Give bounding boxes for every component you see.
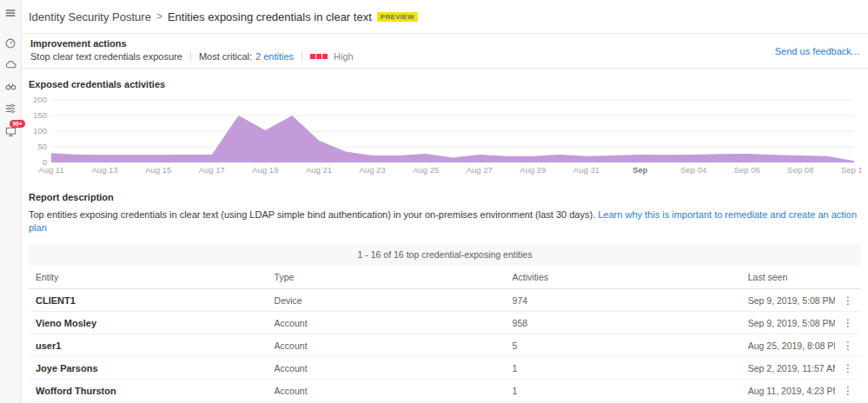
entities-table: 1 - 16 of 16 top credential-exposing ent… bbox=[29, 243, 861, 403]
entity-name-cell[interactable]: Joye Parsons bbox=[29, 363, 275, 373]
table-header-row: Entity Type Activities Last seen bbox=[29, 266, 861, 289]
activities-count-cell: 1 bbox=[513, 386, 748, 396]
timeline-icon bbox=[4, 37, 17, 50]
activities-area-series bbox=[51, 116, 854, 162]
main-content: Identity Security Posture > Entities exp… bbox=[22, 0, 868, 403]
column-header-type[interactable]: Type bbox=[275, 272, 513, 282]
entity-type-cell: Account bbox=[275, 386, 513, 396]
svg-text:Sep 08: Sep 08 bbox=[787, 165, 813, 175]
area-chart-svg: 050100150200Aug 11Aug 13Aug 15Aug 17Aug … bbox=[29, 93, 861, 176]
entity-type-cell: Account bbox=[275, 340, 513, 351]
cloud-icon bbox=[4, 58, 17, 71]
svg-text:Aug 29: Aug 29 bbox=[520, 165, 546, 175]
improvement-actions-title: Improvement actions bbox=[30, 38, 859, 49]
table-caption: 1 - 16 of 16 top credential-exposing ent… bbox=[29, 243, 861, 266]
most-critical-label: Most critical: bbox=[199, 51, 252, 62]
sidebar-item-health-center[interactable]: 99+ bbox=[0, 121, 22, 142]
table-row[interactable]: Wofford ThurstonAccount1Aug 11, 2019, 4:… bbox=[29, 380, 861, 402]
severity-squares-icon bbox=[310, 54, 328, 59]
last-seen-cell: Aug 11, 2019, 4:23 PM bbox=[748, 386, 835, 396]
entity-name-cell[interactable]: Vieno Mosley bbox=[29, 318, 275, 328]
app-window: 99+ Identity Security Posture > Entities… bbox=[0, 0, 868, 403]
sidebar-item-timeline[interactable] bbox=[0, 32, 22, 54]
svg-text:Aug 31: Aug 31 bbox=[573, 165, 600, 175]
row-menu-button[interactable]: ⋮ bbox=[835, 380, 861, 402]
report-description-text: Top entities exposing credentials in cle… bbox=[29, 209, 598, 220]
last-seen-cell: Sep 9, 2019, 5:08 PM bbox=[748, 295, 835, 306]
preview-badge: PREVIEW bbox=[377, 12, 418, 22]
binoculars-icon bbox=[4, 80, 17, 93]
svg-text:Sep: Sep bbox=[633, 165, 648, 175]
hamburger-icon bbox=[4, 7, 17, 19]
svg-text:150: 150 bbox=[33, 110, 47, 120]
svg-text:100: 100 bbox=[33, 126, 47, 135]
svg-text:Aug 15: Aug 15 bbox=[145, 165, 171, 175]
sliders-icon bbox=[4, 102, 17, 115]
svg-text:Aug 25: Aug 25 bbox=[413, 165, 439, 175]
report-description-section: Report description Top entities exposing… bbox=[29, 192, 861, 235]
activities-chart: 050100150200Aug 11Aug 13Aug 15Aug 17Aug … bbox=[22, 89, 868, 180]
svg-text:Aug 21: Aug 21 bbox=[306, 165, 332, 175]
row-menu-button[interactable]: ⋮ bbox=[835, 334, 861, 357]
row-menu-button[interactable]: ⋮ bbox=[835, 289, 861, 312]
last-seen-cell: Aug 25, 2019, 8:08 PM bbox=[748, 340, 835, 351]
svg-text:Aug 19: Aug 19 bbox=[252, 165, 278, 175]
divider bbox=[190, 51, 191, 62]
page-title: Entities exposing credentials in clear t… bbox=[168, 10, 372, 23]
entity-name-cell[interactable]: user1 bbox=[29, 340, 275, 351]
last-seen-cell: Sep 9, 2019, 5:08 PM bbox=[748, 318, 835, 328]
svg-text:Aug 17: Aug 17 bbox=[199, 165, 225, 175]
entity-type-cell: Account bbox=[275, 318, 513, 328]
entity-name-cell[interactable]: CLIENT1 bbox=[29, 295, 275, 306]
svg-text:Sep 04: Sep 04 bbox=[680, 165, 706, 175]
column-header-entity[interactable]: Entity bbox=[29, 272, 275, 282]
last-seen-cell: Sep 2, 2019, 11:57 AM bbox=[748, 363, 835, 373]
breadcrumb-separator: > bbox=[156, 10, 162, 23]
breadcrumb-parent-link[interactable]: Identity Security Posture bbox=[29, 10, 151, 23]
send-feedback-link[interactable]: Send us feedback... bbox=[775, 46, 859, 56]
improvement-actions-banner: Improvement actions Stop clear text cred… bbox=[22, 33, 868, 69]
entity-type-cell: Account bbox=[275, 363, 513, 373]
chart-section-title: Exposed credentials activities bbox=[29, 79, 861, 89]
svg-text:Aug 13: Aug 13 bbox=[92, 165, 118, 175]
divider bbox=[301, 51, 302, 62]
improvement-action-label: Stop clear text credentials exposure bbox=[30, 51, 182, 62]
table-row[interactable]: Joye ParsonsAccount1Sep 2, 2019, 11:57 A… bbox=[29, 357, 861, 380]
table-row[interactable]: CLIENT1Device974Sep 9, 2019, 5:08 PM⋮ bbox=[29, 289, 861, 312]
svg-text:50: 50 bbox=[37, 142, 47, 151]
most-critical-entities-link[interactable]: 2 entities bbox=[255, 51, 294, 62]
activities-count-cell: 1 bbox=[513, 363, 748, 373]
sidebar-item-cloud[interactable] bbox=[0, 54, 22, 76]
table-row[interactable]: Vieno MosleyAccount958Sep 9, 2019, 5:08 … bbox=[29, 312, 861, 334]
entity-type-cell: Device bbox=[275, 295, 513, 306]
svg-text:Aug 11: Aug 11 bbox=[38, 165, 63, 175]
report-description-title: Report description bbox=[29, 192, 861, 202]
row-menu-button[interactable]: ⋮ bbox=[835, 312, 861, 334]
table-body: CLIENT1Device974Sep 9, 2019, 5:08 PM⋮Vie… bbox=[29, 289, 861, 403]
svg-text:200: 200 bbox=[33, 95, 47, 104]
svg-text:Sep 06: Sep 06 bbox=[734, 165, 760, 175]
svg-text:Aug 27: Aug 27 bbox=[467, 165, 493, 175]
activities-count-cell: 958 bbox=[513, 318, 748, 328]
column-header-activities[interactable]: Activities bbox=[513, 272, 748, 282]
svg-text:Sep 10: Sep 10 bbox=[841, 165, 861, 175]
sidebar-item-configuration[interactable] bbox=[0, 97, 22, 119]
hamburger-menu-button[interactable] bbox=[0, 2, 22, 23]
row-menu-button[interactable]: ⋮ bbox=[835, 357, 861, 380]
left-nav-sidebar: 99+ bbox=[0, 0, 22, 403]
column-header-last-seen[interactable]: Last seen bbox=[748, 272, 835, 282]
activities-count-cell: 5 bbox=[513, 340, 748, 351]
breadcrumb: Identity Security Posture > Entities exp… bbox=[22, 0, 868, 33]
activities-count-cell: 974 bbox=[513, 295, 748, 306]
svg-text:Aug 23: Aug 23 bbox=[360, 165, 386, 175]
sidebar-item-search[interactable] bbox=[0, 76, 22, 97]
severity-label: High bbox=[334, 51, 354, 62]
entity-name-cell[interactable]: Wofford Thurston bbox=[29, 386, 275, 396]
table-row[interactable]: user1Account5Aug 25, 2019, 8:08 PM⋮ bbox=[29, 334, 861, 357]
